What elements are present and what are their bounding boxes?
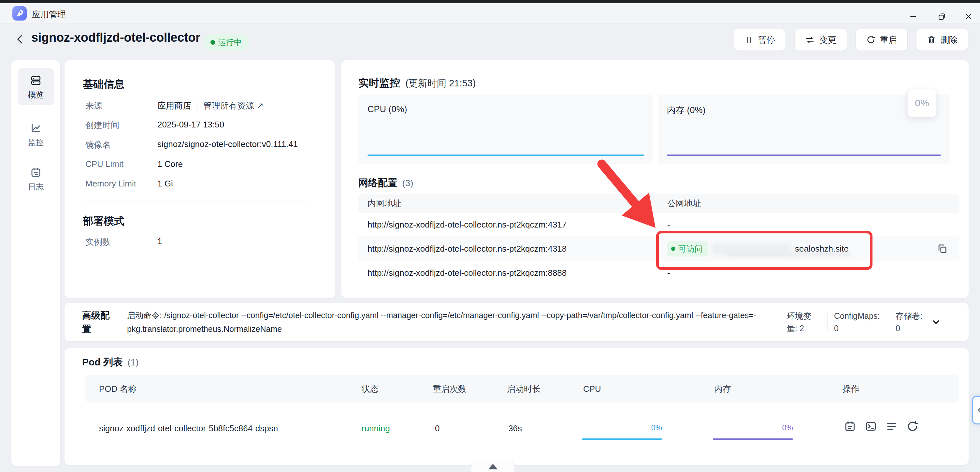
chart-tooltip: 0% bbox=[907, 89, 937, 117]
sidebar-item-label: 日志 bbox=[28, 182, 44, 192]
monitor-title: 实时监控 (更新时间 21:53) bbox=[358, 76, 476, 90]
deploy-mode-title: 部署模式 bbox=[83, 214, 124, 228]
external-link-icon: ↗ bbox=[256, 101, 264, 110]
monitor-network-card: 实时监控 (更新时间 21:53) CPU (0%) 内存 (0%) 0% 网络… bbox=[341, 60, 969, 298]
advanced-stats: 环境变量: 2 ConfigMaps: 0 存储卷: 0 bbox=[780, 303, 941, 341]
sidebar-item-overview[interactable]: 概览 bbox=[18, 68, 54, 105]
internal-address: http://signoz-xodfljzd-otel-collector.ns… bbox=[368, 268, 566, 278]
window-title: 应用管理 bbox=[32, 9, 66, 20]
dock-expand-button[interactable] bbox=[471, 459, 515, 472]
pod-uptime: 36s bbox=[508, 423, 522, 434]
sidebar: 概览 监控 日志 bbox=[11, 60, 60, 466]
network-count: (3) bbox=[402, 178, 413, 188]
restore-button[interactable] bbox=[936, 11, 947, 22]
chevron-down-icon[interactable] bbox=[931, 317, 941, 327]
internal-address: http://signoz-xodfljzd-otel-collector.ns… bbox=[368, 220, 566, 230]
cpu-line bbox=[368, 155, 644, 156]
trash-icon bbox=[927, 35, 936, 44]
monitor-update-time: (更新时间 21:53) bbox=[405, 78, 476, 88]
drawer-toggle-button[interactable] bbox=[972, 396, 980, 424]
app-management-window: 应用管理 signoz-xodfljzd-otel-collector 运行中 … bbox=[0, 0, 980, 472]
chevron-up-icon bbox=[488, 464, 498, 469]
env-vars-stat: 环境变量: 2 bbox=[787, 310, 821, 335]
back-button[interactable] bbox=[13, 32, 27, 46]
pod-cpu-line bbox=[582, 439, 662, 440]
pod-count: (1) bbox=[127, 357, 138, 367]
pod-memory-percent: 0% bbox=[713, 423, 793, 432]
memory-chart-label: 内存 (0%) bbox=[667, 104, 706, 116]
window-titlebar: 应用管理 bbox=[0, 3, 980, 24]
divider bbox=[827, 313, 827, 332]
col-uptime: 启动时长 bbox=[507, 383, 541, 395]
logs-icon bbox=[30, 167, 42, 178]
pod-list-title: Pod 列表 (1) bbox=[82, 356, 139, 369]
network-table-header: 内网地址 公网地址 bbox=[358, 194, 959, 213]
col-restarts: 重启次数 bbox=[433, 383, 466, 395]
rocket-app-icon bbox=[13, 6, 27, 21]
monitor-icon bbox=[30, 122, 42, 134]
restart-button[interactable]: 重启 bbox=[856, 29, 908, 51]
advanced-config-card[interactable]: 高级配置 启动命令: /signoz-otel-collector --conf… bbox=[65, 303, 969, 341]
pod-cpu-percent: 0% bbox=[582, 423, 662, 432]
minimize-button[interactable] bbox=[908, 11, 919, 22]
divider bbox=[889, 313, 889, 332]
cpu-chart: CPU (0%) bbox=[358, 94, 653, 164]
col-pod-name: POD 名称 bbox=[99, 383, 137, 395]
pod-logs-icon[interactable] bbox=[844, 420, 856, 432]
volumes-stat: 存储卷: 0 bbox=[896, 310, 928, 335]
memory-chart: 内存 (0%) bbox=[658, 94, 950, 164]
overview-icon bbox=[30, 75, 42, 86]
pause-button[interactable]: 暂停 bbox=[734, 29, 786, 51]
col-internal-address: 内网地址 bbox=[368, 198, 401, 209]
close-icon[interactable] bbox=[963, 11, 974, 22]
advanced-config-title: 高级配置 bbox=[82, 309, 115, 336]
divider bbox=[197, 101, 197, 110]
cpu-chart-label: CPU (0%) bbox=[368, 104, 407, 115]
sidebar-item-label: 概览 bbox=[28, 89, 44, 100]
annotation-highlight-box bbox=[656, 231, 872, 270]
delete-button[interactable]: 删除 bbox=[916, 29, 968, 51]
configmaps-stat: ConfigMaps: 0 bbox=[834, 310, 882, 335]
pod-memory-line bbox=[713, 439, 793, 440]
internal-address: http://signoz-xodfljzd-otel-collector.ns… bbox=[368, 244, 566, 254]
page-title: signoz-xodfljzd-otel-collector bbox=[31, 30, 200, 45]
pod-list-card: Pod 列表 (1) POD 名称 状态 重启次数 启动时长 CPU 内存 操作… bbox=[65, 348, 969, 465]
network-title: 网络配置 (3) bbox=[358, 176, 414, 190]
launch-command: 启动命令: /signoz-otel-collector --config=/e… bbox=[127, 308, 774, 336]
basic-info-card: 基础信息 来源 应用商店管理所有资源 ↗ 创建时间 2025-09-17 13:… bbox=[65, 60, 335, 298]
col-memory: 内存 bbox=[714, 383, 731, 395]
divider bbox=[780, 313, 780, 332]
pod-actions bbox=[844, 420, 919, 432]
pod-terminal-icon[interactable] bbox=[865, 420, 877, 432]
pod-restarts: 0 bbox=[435, 423, 439, 434]
pod-name: signoz-xodfljzd-otel-collector-5b8fc5c86… bbox=[99, 423, 278, 434]
info-value-source: 应用商店管理所有资源 ↗ bbox=[158, 100, 264, 112]
col-actions: 操作 bbox=[843, 383, 859, 395]
pod-table-row: signoz-xodfljzd-otel-collector-5b8fc5c86… bbox=[65, 410, 969, 446]
os-top-strip bbox=[0, 0, 980, 3]
pause-icon bbox=[745, 35, 754, 44]
pod-restart-icon[interactable] bbox=[906, 420, 919, 432]
pod-details-icon[interactable] bbox=[886, 420, 898, 432]
swap-icon bbox=[805, 35, 815, 45]
sidebar-item-monitor[interactable]: 监控 bbox=[18, 116, 54, 153]
sidebar-item-logs[interactable]: 日志 bbox=[18, 160, 54, 197]
copy-icon[interactable] bbox=[936, 242, 949, 255]
info-label-source: 来源 bbox=[85, 100, 102, 112]
chevron-left-icon bbox=[976, 406, 980, 414]
sidebar-item-label: 监控 bbox=[28, 137, 44, 148]
public-address: - bbox=[667, 220, 670, 230]
section-divider bbox=[85, 201, 308, 201]
restart-icon bbox=[866, 35, 875, 44]
status-badge: 运行中 bbox=[203, 34, 249, 51]
memory-line bbox=[667, 155, 941, 156]
status-dot-icon bbox=[210, 40, 215, 45]
pod-status: running bbox=[362, 423, 390, 434]
header-actions: 暂停 变更 重启 删除 bbox=[734, 29, 968, 51]
change-button[interactable]: 变更 bbox=[794, 29, 847, 51]
manage-resources-link[interactable]: 管理所有资源 ↗ bbox=[203, 101, 264, 110]
pod-table-header: POD 名称 状态 重启次数 启动时长 CPU 内存 操作 bbox=[85, 375, 959, 403]
status-label: 运行中 bbox=[218, 37, 242, 48]
col-public-address: 公网地址 bbox=[667, 198, 701, 209]
col-status: 状态 bbox=[362, 383, 379, 395]
